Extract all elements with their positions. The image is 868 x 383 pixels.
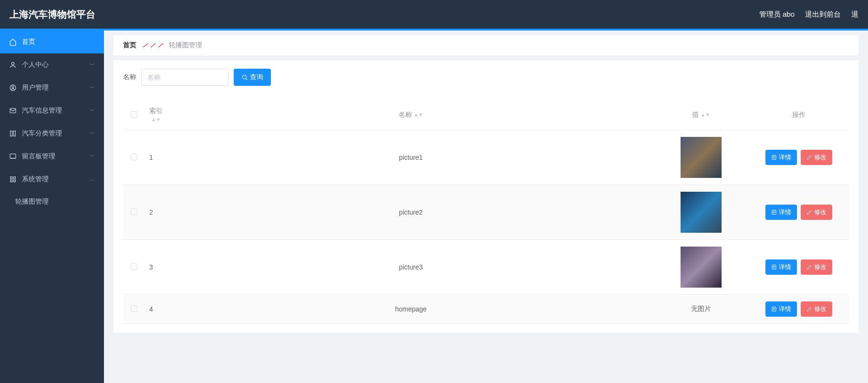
table-row: 4 homepage 无图片 详情 修改 <box>123 295 849 324</box>
sidebar-item-5[interactable]: 留言板管理﹀ <box>0 145 104 168</box>
cell-name: picture1 <box>168 130 653 185</box>
cell-name: homepage <box>168 295 653 324</box>
header-right: 管理员 abo 退出到前台 退 <box>759 10 858 19</box>
thumbnail-image[interactable] <box>681 192 722 233</box>
sidebar-item-label: 个人中心 <box>22 61 49 69</box>
detail-icon <box>771 306 777 312</box>
header: 上海汽车博物馆平台 管理员 abo 退出到前台 退 <box>0 0 868 29</box>
detail-button[interactable]: 详情 <box>765 150 797 165</box>
search-button-label: 查询 <box>250 73 263 82</box>
sidebar-item-0[interactable]: 首页 <box>0 31 104 53</box>
cell-name: picture3 <box>168 240 653 295</box>
col-index[interactable]: 索引▲▼ <box>145 100 168 130</box>
breadcrumb: 首页 ⟋⟋⟋ 轮播图管理 <box>114 35 858 55</box>
logout-link[interactable]: 退出到前台 <box>805 10 841 19</box>
sidebar-item-3[interactable]: 汽车信息管理﹀ <box>0 99 104 122</box>
edit-icon <box>806 155 812 160</box>
col-name[interactable]: 名称▲▼ <box>168 100 653 130</box>
detail-button-label: 详情 <box>779 305 791 313</box>
detail-button[interactable]: 详情 <box>765 301 797 317</box>
badge-icon <box>9 83 17 92</box>
table-row: 2 picture2 详情 修改 <box>123 185 849 240</box>
chevron-down-icon: ﹀ <box>90 153 95 161</box>
cell-value <box>653 240 749 295</box>
detail-icon <box>771 155 777 160</box>
thumbnail-image[interactable] <box>681 247 722 288</box>
svg-rect-8 <box>10 177 12 179</box>
sidebar-item-2[interactable]: 用户管理﹀ <box>0 76 104 99</box>
detail-button[interactable]: 详情 <box>765 205 797 220</box>
no-image-text: 无图片 <box>691 305 711 312</box>
sidebar-item-label: 首页 <box>22 38 35 46</box>
select-all-checkbox[interactable] <box>131 111 137 118</box>
col-value[interactable]: 值▲▼ <box>653 100 749 130</box>
detail-button[interactable]: 详情 <box>765 259 797 275</box>
cell-index: 2 <box>145 185 168 240</box>
sidebar-item-label: 留言板管理 <box>22 152 55 161</box>
search-label: 名称 <box>123 73 136 82</box>
breadcrumb-separator-icon: ⟋⟋⟋ <box>141 41 164 50</box>
edit-button-label: 修改 <box>814 208 827 217</box>
content-card: 名称 查询 索引▲▼ 名称▲▼ 值▲▼ 操作 <box>114 60 858 332</box>
user-icon <box>9 61 17 69</box>
row-checkbox[interactable] <box>131 263 137 270</box>
cell-name: picture2 <box>168 185 653 240</box>
edit-button[interactable]: 修改 <box>801 301 832 317</box>
search-bar: 名称 查询 <box>123 69 849 86</box>
table-row: 3 picture3 详情 修改 <box>123 240 849 295</box>
brand-title: 上海汽车博物馆平台 <box>10 8 95 21</box>
edit-icon <box>806 264 812 270</box>
main-content: 首页 ⟋⟋⟋ 轮播图管理 名称 查询 索引▲▼ 名称▲▼ 值 <box>104 31 868 383</box>
svg-rect-4 <box>10 131 12 136</box>
sidebar-item-label: 系统管理 <box>22 175 49 184</box>
detail-button-label: 详情 <box>779 263 791 271</box>
cell-value <box>653 130 749 185</box>
list-icon <box>9 129 17 138</box>
edit-button[interactable]: 修改 <box>801 205 832 220</box>
table-row: 1 picture1 详情 修改 <box>123 130 849 185</box>
svg-point-2 <box>12 86 14 88</box>
chevron-up-icon: ︿ <box>90 176 95 184</box>
sort-icon: ▲▼ <box>414 114 424 116</box>
breadcrumb-current: 轮播图管理 <box>169 41 202 50</box>
grid-icon <box>9 175 17 184</box>
sidebar-item-6[interactable]: 系统管理︿ <box>0 168 104 191</box>
user-label[interactable]: 管理员 abo <box>759 10 795 19</box>
svg-rect-6 <box>10 154 16 158</box>
sidebar: 首页个人中心﹀用户管理﹀汽车信息管理﹀汽车分类管理﹀留言板管理﹀系统管理︿轮播图… <box>0 31 104 383</box>
mail-icon <box>9 106 17 115</box>
detail-icon <box>771 264 777 270</box>
edit-button-label: 修改 <box>814 263 827 271</box>
detail-button-label: 详情 <box>779 153 791 162</box>
cell-index: 4 <box>145 295 168 324</box>
cell-value: 无图片 <box>653 295 749 324</box>
home-icon <box>9 38 17 46</box>
row-checkbox[interactable] <box>131 305 137 312</box>
row-checkbox[interactable] <box>131 208 137 215</box>
exit-link[interactable]: 退 <box>851 10 858 19</box>
sidebar-item-label: 汽车分类管理 <box>22 129 62 138</box>
chevron-down-icon: ﹀ <box>90 84 95 92</box>
sidebar-subitem-carousel[interactable]: 轮播图管理 <box>0 191 104 213</box>
search-button[interactable]: 查询 <box>234 69 271 86</box>
breadcrumb-home[interactable]: 首页 <box>123 41 136 50</box>
sidebar-item-label: 汽车信息管理 <box>22 106 62 115</box>
thumbnail-image[interactable] <box>681 137 722 178</box>
cell-value <box>653 185 749 240</box>
sort-icon: ▲▼ <box>701 114 710 116</box>
sidebar-item-4[interactable]: 汽车分类管理﹀ <box>0 122 104 145</box>
edit-button-label: 修改 <box>814 305 827 313</box>
sidebar-item-1[interactable]: 个人中心﹀ <box>0 53 104 76</box>
row-checkbox[interactable] <box>131 154 137 160</box>
sort-icon: ▲▼ <box>151 118 161 121</box>
search-input[interactable] <box>141 69 229 86</box>
edit-button[interactable]: 修改 <box>801 259 832 275</box>
chevron-down-icon: ﹀ <box>90 130 95 138</box>
detail-icon <box>771 209 777 215</box>
cell-index: 3 <box>145 240 168 295</box>
edit-button[interactable]: 修改 <box>801 150 832 165</box>
col-op: 操作 <box>749 100 849 130</box>
cell-index: 1 <box>145 130 168 185</box>
chevron-down-icon: ﹀ <box>90 107 95 115</box>
data-table: 索引▲▼ 名称▲▼ 值▲▼ 操作 1 picture1 详情 修改 <box>123 100 849 324</box>
